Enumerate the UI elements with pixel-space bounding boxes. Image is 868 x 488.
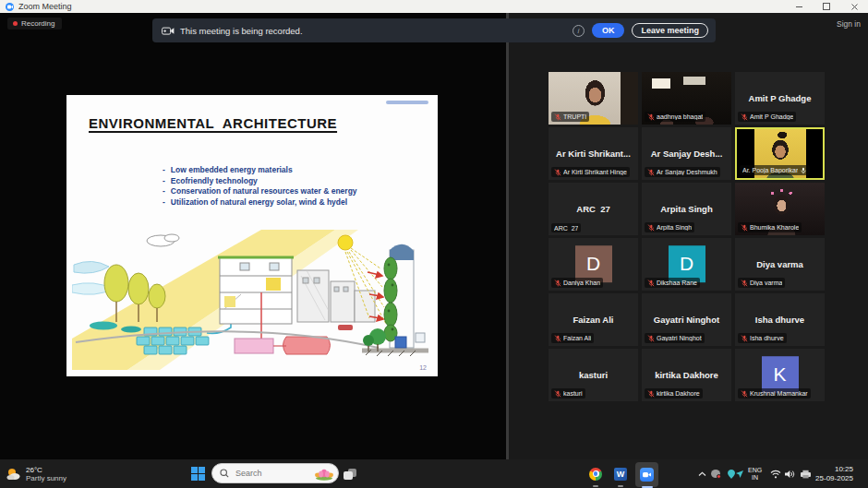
participant-label-text: Gayatri Ninghot — [657, 335, 702, 341]
participant-name: Amit P Ghadge — [735, 92, 825, 102]
chrome-taskbar-icon[interactable] — [589, 459, 602, 488]
participant-tile[interactable]: Isha dhurve Isha dhurve — [735, 293, 825, 346]
info-icon[interactable]: i — [573, 25, 585, 37]
participant-label-text: aadhnya bhagat — [657, 113, 703, 120]
recording-badge: Recording — [7, 18, 62, 30]
participant-label: TRUPTI — [551, 112, 589, 122]
participant-tile[interactable]: TRUPTI — [549, 72, 638, 125]
participant-grid: TRUPTI aadhnya bhagat Amit P Ghadge — [549, 72, 825, 401]
participant-name: Arpita Singh — [642, 203, 731, 213]
slide-title: ENVIRONMENTAL ARCHITECTURE — [89, 115, 337, 131]
slide-page-number: 12 — [419, 364, 427, 371]
participant-tile[interactable]: Faizan Ali Faizan Ali — [549, 293, 638, 346]
zoom-meeting-window: Zoom Meeting Recording This meeting is b… — [0, 0, 868, 488]
participant-tile[interactable]: Ar. Pooja Baporikar — [735, 127, 825, 180]
participant-name: Ar Kirti Shrikant... — [549, 148, 638, 158]
participant-label-text: ARC 27 — [554, 225, 578, 232]
participant-label-text: Bhumika Kharole — [750, 224, 799, 231]
participant-label: Daniya Khan — [551, 278, 603, 288]
ok-button[interactable]: OK — [592, 23, 625, 38]
participant-tile[interactable]: kasturi kasturi — [549, 349, 638, 401]
participant-label: kirtika Dakhore — [645, 388, 703, 399]
leave-meeting-button[interactable]: Leave meeting — [632, 23, 708, 38]
tray-recorder-icon[interactable] — [711, 459, 720, 488]
participant-label-text: Arpita Singh — [657, 224, 692, 231]
muted-mic-icon — [647, 335, 655, 342]
minimize-icon[interactable] — [785, 0, 813, 13]
participant-tile[interactable]: aadhnya bhagat — [642, 72, 731, 125]
search-box[interactable] — [211, 463, 339, 483]
participant-label-text: Diya varma — [750, 280, 782, 286]
language-indicator[interactable]: ENG IN — [748, 459, 762, 488]
participant-tile[interactable]: Bhumika Kharole — [735, 183, 825, 235]
window-titlebar: Zoom Meeting — [0, 0, 868, 14]
sign-in-link[interactable]: Sign in — [837, 19, 861, 29]
slide-bullet: -Utilization of natural energy solar, wi… — [163, 197, 357, 208]
zoom-taskbar-icon[interactable] — [635, 460, 658, 488]
banner-message: This meeting is being recorded. — [180, 26, 303, 36]
participant-tile[interactable]: Ar Kirti Shrikant... Ar Kirti Shrikant H… — [549, 127, 638, 180]
muted-mic-icon — [741, 280, 748, 287]
participant-tile[interactable]: K Krushnai Mamankar — [735, 349, 825, 401]
participant-tile[interactable]: D Dikshaa Rane — [642, 238, 731, 291]
recording-banner: This meeting is being recorded. i OK Lea… — [152, 18, 716, 42]
tray-date: 25-09-2025 — [815, 474, 853, 483]
slide-illustration — [72, 230, 432, 370]
participant-tile[interactable]: Arpita Singh Arpita Singh — [642, 183, 731, 235]
video-record-icon — [162, 26, 175, 36]
participant-label: Arpita Singh — [645, 222, 694, 232]
slide-bullet: -Ecofriendly technology — [163, 176, 357, 187]
maximize-icon[interactable] — [813, 0, 840, 13]
weather-condition: Partly sunny — [26, 474, 66, 482]
slide-bullet-list: -Low embedded energy materials -Ecofrien… — [163, 165, 357, 208]
participant-name: Ar Sanjay Desh... — [642, 148, 731, 158]
participant-tile[interactable]: kirtika Dakhore kirtika Dakhore — [642, 349, 731, 401]
close-icon[interactable] — [840, 0, 868, 13]
participant-label-text: TRUPTI — [563, 113, 586, 120]
mic-on-icon — [800, 167, 807, 174]
search-input[interactable] — [234, 468, 309, 479]
windows-logo-icon — [191, 467, 205, 481]
participant-tile[interactable]: Diya varma Diya varma — [735, 238, 825, 291]
muted-mic-icon — [647, 113, 655, 121]
slide-bullet: -Low embedded energy materials — [163, 165, 357, 176]
muted-mic-icon — [554, 113, 561, 121]
participant-tile[interactable]: Amit P Ghadge Amit P Ghadge — [735, 72, 825, 125]
chrome-icon — [589, 468, 602, 481]
weather-widget[interactable]: 26°C Partly sunny — [6, 459, 66, 488]
participant-label: Ar Kirti Shrikant Hinge — [551, 167, 630, 177]
participant-tile[interactable]: Gayatri Ninghot Gayatri Ninghot — [642, 293, 731, 346]
recording-label: Recording — [21, 19, 54, 28]
slide-watermark — [386, 101, 428, 104]
zoom-camera-icon — [640, 468, 654, 482]
tray-location-share-icon[interactable] — [728, 459, 743, 488]
task-view-button[interactable] — [344, 459, 356, 488]
participant-label-text: Faizan Ali — [563, 335, 591, 341]
volume-icon[interactable] — [785, 459, 795, 488]
participant-tile[interactable]: D Daniya Khan — [549, 238, 638, 291]
windows-taskbar: 26°C Partly sunny — [0, 459, 868, 488]
muted-mic-icon — [741, 113, 748, 121]
participant-label-text: Ar Sanjay Deshmukh — [657, 169, 717, 175]
word-icon: W — [614, 468, 627, 481]
printer-device-icon[interactable] — [800, 459, 812, 488]
tray-expand-chevron-icon[interactable] — [698, 459, 706, 488]
participant-label: Ar. Pooja Baporikar — [740, 165, 810, 175]
participant-avatar: D — [575, 245, 612, 282]
slide-bullet: -Conservation of natural resources water… — [163, 186, 357, 197]
muted-mic-icon — [647, 224, 655, 232]
clock-widget[interactable]: 10:25 25-09-2025 — [815, 459, 853, 488]
participant-label: Diya varma — [738, 278, 785, 288]
participant-label-text: Isha dhurve — [750, 335, 784, 341]
participant-tile[interactable]: Ar Sanjay Desh... Ar Sanjay Deshmukh — [642, 127, 731, 180]
participant-tile[interactable]: ARC 27 ARC 27 — [549, 183, 638, 235]
window-title: Zoom Meeting — [18, 2, 72, 11]
word-taskbar-icon[interactable]: W — [614, 459, 627, 488]
wifi-icon[interactable] — [770, 459, 781, 488]
participant-label-text: Dikshaa Rane — [657, 280, 697, 286]
participant-label: Amit P Ghadge — [738, 112, 796, 122]
weather-icon — [6, 467, 21, 481]
start-button[interactable] — [191, 459, 205, 488]
participant-label: Krushnai Mamankar — [738, 388, 811, 399]
participant-label-text: kasturi — [563, 390, 583, 397]
